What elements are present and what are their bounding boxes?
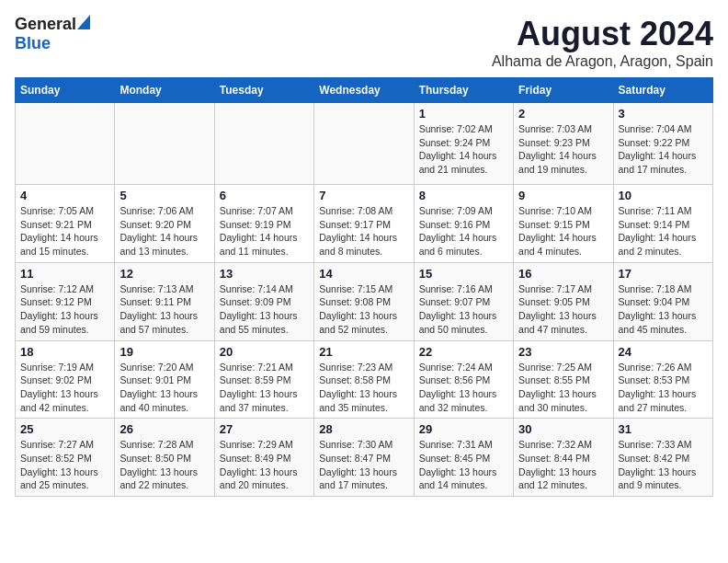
cell-content: Sunrise: 7:08 AM Sunset: 9:17 PM Dayligh… [319,204,408,259]
cell-content: Sunrise: 7:20 AM Sunset: 9:01 PM Dayligh… [119,361,209,415]
calendar-cell: 6Sunrise: 7:07 AM Sunset: 9:19 PM Daylig… [214,185,313,263]
cell-content: Sunrise: 7:31 AM Sunset: 8:45 PM Dayligh… [419,438,508,492]
calendar-cell [314,103,414,185]
cell-content: Sunrise: 7:23 AM Sunset: 8:58 PM Dayligh… [319,361,408,415]
calendar-cell: 9Sunrise: 7:10 AM Sunset: 9:15 PM Daylig… [514,185,613,263]
calendar-cell: 25Sunrise: 7:27 AM Sunset: 8:52 PM Dayli… [16,419,115,497]
cell-date: 23 [518,345,608,359]
calendar-cell: 27Sunrise: 7:29 AM Sunset: 8:49 PM Dayli… [214,419,313,497]
sub-title: Alhama de Aragon, Aragon, Spain [492,53,713,70]
day-header-saturday: Saturday [613,78,712,103]
cell-content: Sunrise: 7:07 AM Sunset: 9:19 PM Dayligh… [220,204,309,259]
cell-date: 9 [518,189,608,202]
calendar-cell: 11Sunrise: 7:12 AM Sunset: 9:12 PM Dayli… [16,262,115,340]
cell-date: 21 [319,345,408,359]
calendar-cell [115,103,214,185]
calendar-cell: 2Sunrise: 7:03 AM Sunset: 9:23 PM Daylig… [514,103,613,185]
calendar-cell: 12Sunrise: 7:13 AM Sunset: 9:11 PM Dayli… [115,262,214,340]
calendar-header-row: SundayMondayTuesdayWednesdayThursdayFrid… [16,78,713,103]
day-header-monday: Monday [115,78,214,103]
cell-content: Sunrise: 7:03 AM Sunset: 9:23 PM Dayligh… [518,122,608,177]
cell-date: 14 [319,267,408,281]
cell-content: Sunrise: 7:04 AM Sunset: 9:22 PM Dayligh… [619,122,708,177]
cell-content: Sunrise: 7:29 AM Sunset: 8:49 PM Dayligh… [220,438,309,492]
cell-date: 28 [319,422,408,436]
calendar-cell: 15Sunrise: 7:16 AM Sunset: 9:07 PM Dayli… [414,262,513,340]
calendar-cell: 5Sunrise: 7:06 AM Sunset: 9:20 PM Daylig… [115,185,214,263]
cell-date: 4 [20,189,109,202]
calendar-cell: 17Sunrise: 7:18 AM Sunset: 9:04 PM Dayli… [613,262,712,340]
cell-date: 18 [20,345,109,359]
cell-content: Sunrise: 7:21 AM Sunset: 8:59 PM Dayligh… [220,361,309,415]
calendar-cell: 14Sunrise: 7:15 AM Sunset: 9:08 PM Dayli… [314,262,414,340]
day-header-thursday: Thursday [414,78,513,103]
calendar-cell: 1Sunrise: 7:02 AM Sunset: 9:24 PM Daylig… [414,103,513,185]
cell-content: Sunrise: 7:14 AM Sunset: 9:09 PM Dayligh… [220,282,309,337]
calendar-cell: 4Sunrise: 7:05 AM Sunset: 9:21 PM Daylig… [16,185,115,263]
cell-date: 8 [419,189,508,202]
calendar-cell: 22Sunrise: 7:24 AM Sunset: 8:56 PM Dayli… [414,340,513,419]
calendar-cell: 30Sunrise: 7:32 AM Sunset: 8:44 PM Dayli… [514,419,613,497]
cell-date: 1 [419,107,508,121]
cell-content: Sunrise: 7:15 AM Sunset: 9:08 PM Dayligh… [319,282,408,337]
cell-content: Sunrise: 7:06 AM Sunset: 9:20 PM Dayligh… [119,204,209,259]
day-header-tuesday: Tuesday [214,78,313,103]
cell-content: Sunrise: 7:25 AM Sunset: 8:55 PM Dayligh… [518,361,608,415]
cell-date: 27 [220,422,309,436]
header: General Blue August 2024 Alhama de Arago… [15,15,713,70]
cell-content: Sunrise: 7:28 AM Sunset: 8:50 PM Dayligh… [119,438,209,492]
cell-content: Sunrise: 7:09 AM Sunset: 9:16 PM Dayligh… [419,204,508,259]
cell-date: 30 [518,422,608,436]
calendar-cell: 29Sunrise: 7:31 AM Sunset: 8:45 PM Dayli… [414,419,513,497]
calendar-cell: 7Sunrise: 7:08 AM Sunset: 9:17 PM Daylig… [314,185,414,263]
week-row-4: 18Sunrise: 7:19 AM Sunset: 9:02 PM Dayli… [16,340,713,419]
calendar-table: SundayMondayTuesdayWednesdayThursdayFrid… [15,77,713,497]
cell-date: 10 [619,189,708,202]
cell-date: 20 [220,345,309,359]
calendar-cell [214,103,313,185]
cell-content: Sunrise: 7:05 AM Sunset: 9:21 PM Dayligh… [20,204,109,259]
calendar-cell: 21Sunrise: 7:23 AM Sunset: 8:58 PM Dayli… [314,340,414,419]
cell-date: 24 [619,345,708,359]
cell-content: Sunrise: 7:02 AM Sunset: 9:24 PM Dayligh… [419,122,508,177]
cell-content: Sunrise: 7:30 AM Sunset: 8:47 PM Dayligh… [319,438,408,492]
svg-marker-0 [77,15,90,29]
calendar-cell: 19Sunrise: 7:20 AM Sunset: 9:01 PM Dayli… [115,340,214,419]
cell-content: Sunrise: 7:10 AM Sunset: 9:15 PM Dayligh… [518,204,608,259]
logo-blue-text: Blue [15,34,51,52]
calendar-cell: 8Sunrise: 7:09 AM Sunset: 9:16 PM Daylig… [414,185,513,263]
cell-date: 29 [419,422,508,436]
cell-date: 17 [619,267,708,281]
title-section: August 2024 Alhama de Aragon, Aragon, Sp… [492,15,713,70]
logo-icon [77,15,90,29]
calendar-cell: 28Sunrise: 7:30 AM Sunset: 8:47 PM Dayli… [314,419,414,497]
cell-date: 2 [518,107,608,121]
cell-date: 11 [20,267,109,281]
cell-date: 7 [319,189,408,202]
day-header-wednesday: Wednesday [314,78,414,103]
week-row-3: 11Sunrise: 7:12 AM Sunset: 9:12 PM Dayli… [16,262,713,340]
cell-content: Sunrise: 7:13 AM Sunset: 9:11 PM Dayligh… [119,282,209,337]
calendar-cell: 16Sunrise: 7:17 AM Sunset: 9:05 PM Dayli… [514,262,613,340]
cell-content: Sunrise: 7:32 AM Sunset: 8:44 PM Dayligh… [518,438,608,492]
day-header-friday: Friday [514,78,613,103]
logo: General Blue [15,15,92,53]
cell-content: Sunrise: 7:11 AM Sunset: 9:14 PM Dayligh… [619,204,708,259]
calendar-cell: 26Sunrise: 7:28 AM Sunset: 8:50 PM Dayli… [115,419,214,497]
cell-content: Sunrise: 7:27 AM Sunset: 8:52 PM Dayligh… [20,438,109,492]
cell-content: Sunrise: 7:26 AM Sunset: 8:53 PM Dayligh… [619,361,708,415]
cell-date: 13 [220,267,309,281]
calendar-cell: 10Sunrise: 7:11 AM Sunset: 9:14 PM Dayli… [613,185,712,263]
cell-content: Sunrise: 7:19 AM Sunset: 9:02 PM Dayligh… [20,361,109,415]
cell-date: 22 [419,345,508,359]
cell-content: Sunrise: 7:12 AM Sunset: 9:12 PM Dayligh… [20,282,109,337]
cell-content: Sunrise: 7:24 AM Sunset: 8:56 PM Dayligh… [419,361,508,415]
cell-date: 6 [220,189,309,202]
cell-date: 25 [20,422,109,436]
cell-content: Sunrise: 7:16 AM Sunset: 9:07 PM Dayligh… [419,282,508,337]
calendar-cell [16,103,115,185]
cell-date: 12 [119,267,209,281]
cell-date: 19 [119,345,209,359]
logo-general-text: General [15,15,76,34]
day-header-sunday: Sunday [16,78,115,103]
